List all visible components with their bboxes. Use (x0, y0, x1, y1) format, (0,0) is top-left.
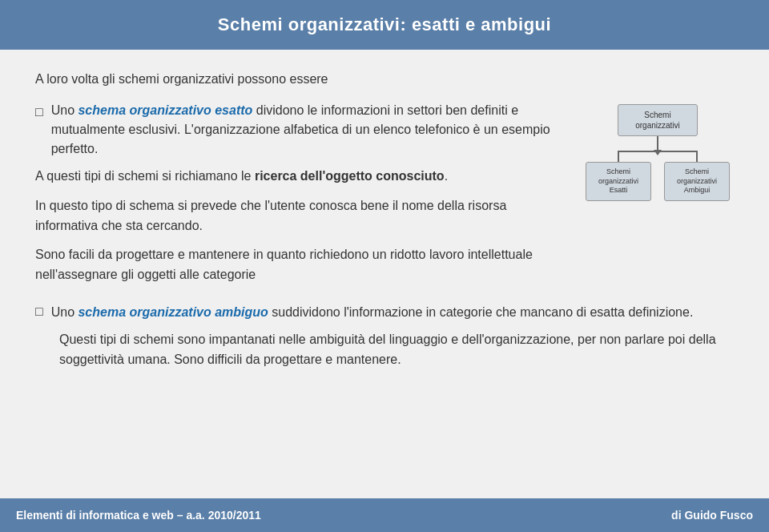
footer-left: Elementi di informatica e web – a.a. 201… (16, 509, 261, 522)
bullet1-content: Uno schema organizzativo esatto dividono… (51, 101, 566, 159)
footer-right: di Guido Fusco (671, 509, 753, 522)
para2-prefix: A questi tipi di schemi si richiamano le (35, 169, 255, 183)
main-content: A loro volta gli schemi organizzativi po… (0, 50, 769, 498)
diagram-right-box: Schemi organizzativi Ambigui (664, 162, 730, 201)
org-diagram: Schemi organizzativi Schemi organizzativ… (586, 104, 730, 201)
bullet2-block: □ Uno schema organizzativo ambiguo suddi… (35, 303, 734, 322)
diagram-col: Schemi organizzativi Schemi organizzativ… (582, 101, 734, 201)
bullet1-prefix: Uno (51, 103, 79, 117)
bullet2-bold: schema organizzativo ambiguo (78, 305, 268, 319)
diagram-left-label: Schemi organizzativi Esatti (598, 167, 638, 194)
bullet1-bold: schema organizzativo esatto (78, 103, 252, 117)
bullet2-prefix: Uno (51, 305, 79, 319)
intro-line: A loro volta gli schemi organizzativi po… (35, 72, 734, 87)
bullet1-block: □ Uno schema organizzativo esatto divido… (35, 101, 566, 159)
bullet1-para3: In questo tipo di schema si prevede che … (35, 196, 566, 236)
diagram-left-box: Schemi organizzativi Esatti (586, 162, 651, 201)
bullet1-row: □ Uno schema organizzativo esatto divido… (35, 101, 734, 295)
last-paragraph: Questi tipi di schemi sono impantanati n… (35, 330, 734, 370)
page-footer: Elementi di informatica e web – a.a. 201… (0, 498, 769, 532)
bullet2-suffix: suddividono l'informazione in categorie … (268, 305, 694, 319)
checkbox-icon-2: □ (35, 304, 43, 319)
para2-bold: ricerca dell'oggetto conosciuto (255, 169, 445, 183)
bullet1-para2: A questi tipi di schemi si richiamano le… (35, 167, 566, 187)
header-title: Schemi organizzativi: esatti e ambigui (218, 14, 551, 34)
diagram-top-label: Schemi organizzativi (635, 111, 680, 130)
bullet1-text-col: □ Uno schema organizzativo esatto divido… (35, 101, 566, 295)
para2-suffix: . (445, 169, 448, 183)
page-header: Schemi organizzativi: esatti e ambigui (0, 0, 769, 50)
checkbox-icon-1: □ (35, 103, 43, 123)
diagram-right-label: Schemi organizzativi Ambigui (677, 167, 717, 194)
bullet1-para4: Sono facili da progettare e mantenere in… (35, 245, 566, 285)
diagram-top-box: Schemi organizzativi (618, 104, 698, 136)
bullet2-content: Uno schema organizzativo ambiguo suddivi… (51, 303, 694, 322)
